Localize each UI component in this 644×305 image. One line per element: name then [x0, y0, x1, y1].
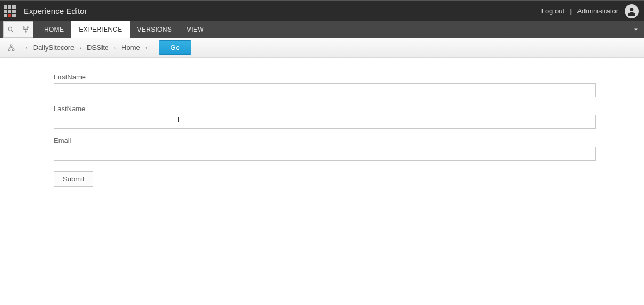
submit-button[interactable]: Submit: [54, 171, 93, 187]
top-bar: Experience Editor Log out | Administrato…: [0, 0, 644, 21]
field-label: Email: [54, 136, 596, 144]
ribbon-search-button[interactable]: [3, 21, 18, 38]
tab-versions[interactable]: VERSIONS: [130, 21, 179, 38]
field-label: FirstName: [54, 73, 596, 81]
svg-point-9: [630, 8, 634, 11]
field-row-email: Email: [54, 136, 596, 161]
go-button[interactable]: Go: [159, 40, 191, 55]
chevron-right-icon: ›: [26, 45, 28, 51]
ribbon: HOME EXPERIENCE VERSIONS VIEW: [0, 21, 644, 38]
chevron-right-icon: ›: [145, 45, 148, 51]
svg-point-13: [27, 27, 28, 28]
tab-home[interactable]: HOME: [36, 21, 71, 38]
svg-rect-0: [4, 5, 7, 9]
breadcrumb-item[interactable]: Home: [121, 43, 140, 52]
svg-rect-1: [8, 5, 11, 9]
field-row-lastname: LastName: [54, 105, 596, 129]
breadcrumb-bar: › DailySitecore › DSSite › Home › Go: [0, 38, 644, 58]
svg-line-11: [12, 31, 14, 33]
svg-point-10: [8, 27, 12, 31]
page-content: FirstName LastName Email Submit: [0, 58, 644, 187]
svg-rect-17: [12, 49, 14, 50]
ribbon-tabs: HOME EXPERIENCE VERSIONS VIEW: [36, 21, 211, 38]
sitemap-icon[interactable]: [8, 44, 15, 52]
svg-rect-8: [12, 14, 16, 17]
breadcrumb-item[interactable]: DSSite: [87, 43, 108, 52]
chevron-right-icon: ›: [79, 45, 82, 51]
field-label: LastName: [54, 105, 596, 113]
tab-experience[interactable]: EXPERIENCE: [71, 21, 129, 38]
tab-view[interactable]: VIEW: [179, 21, 211, 38]
avatar[interactable]: [625, 4, 639, 18]
ribbon-sitemap-button[interactable]: [18, 21, 33, 38]
svg-point-12: [23, 27, 24, 28]
email-input[interactable]: [54, 147, 596, 161]
breadcrumb-item[interactable]: DailySitecore: [33, 43, 75, 52]
form: FirstName LastName Email Submit: [54, 73, 596, 187]
svg-rect-6: [4, 14, 7, 17]
field-row-firstname: FirstName: [54, 73, 596, 97]
user-link[interactable]: Administrator: [577, 7, 618, 15]
svg-rect-4: [8, 10, 11, 13]
svg-point-14: [25, 31, 26, 32]
lastname-input[interactable]: [54, 115, 596, 129]
svg-rect-7: [8, 14, 11, 17]
ribbon-expand-button[interactable]: [628, 21, 644, 38]
chevron-right-icon: ›: [114, 45, 116, 51]
topbar-separator: |: [570, 7, 572, 15]
svg-rect-16: [8, 49, 10, 50]
svg-rect-15: [10, 45, 12, 46]
app-launcher-icon[interactable]: [0, 1, 19, 22]
svg-rect-5: [12, 10, 16, 13]
firstname-input[interactable]: [54, 83, 596, 97]
logout-link[interactable]: Log out: [541, 7, 565, 15]
svg-rect-3: [4, 10, 7, 13]
svg-rect-2: [12, 5, 16, 9]
app-title: Experience Editor: [24, 6, 87, 16]
